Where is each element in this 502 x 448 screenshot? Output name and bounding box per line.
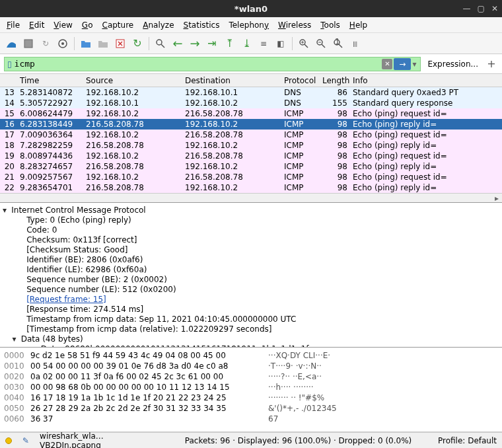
reload-icon[interactable]: ↻ xyxy=(130,36,145,51)
menu-statistics[interactable]: Statistics xyxy=(184,20,220,30)
col-destination[interactable]: Destination xyxy=(182,76,281,85)
detail-line: [Timestamp from icmp data (relative): 1.… xyxy=(26,324,271,334)
stop-capture-icon[interactable] xyxy=(21,36,36,51)
packet-bytes-pane[interactable]: 00009c d2 1e 58 51 f9 44 59 43 4c 49 04 … xyxy=(0,348,502,432)
hex-row[interactable]: 005026 27 28 29 2a 2b 2c 2d 2e 2f 30 31 … xyxy=(4,403,498,414)
add-filter-button[interactable]: + xyxy=(485,57,498,70)
table-row[interactable]: 177.009036364192.168.10.2216.58.208.78IC… xyxy=(0,130,502,140)
data-header: Data (48 bytes) xyxy=(21,334,83,344)
menu-analyze[interactable]: Analyze xyxy=(143,20,174,30)
tree-toggle-icon[interactable]: ▾ xyxy=(12,334,16,344)
status-file: wireshark_wla…VB2DIn.pcapng xyxy=(40,431,159,449)
detail-line: Identifier (BE): 2806 (0x0af6) xyxy=(26,255,143,264)
hex-row[interactable]: 004016 17 18 19 1a 1b 1c 1d 1e 1f 20 21 … xyxy=(4,392,498,403)
resize-columns-icon[interactable]: ⫼ xyxy=(348,36,363,51)
shark-fin-icon[interactable] xyxy=(4,36,18,51)
save-file-icon[interactable] xyxy=(96,36,110,51)
capture-options-icon[interactable] xyxy=(55,36,70,51)
zoom-reset-icon[interactable]: 1 xyxy=(331,36,345,51)
status-profile[interactable]: Profile: Default xyxy=(438,436,497,445)
menu-capture[interactable]: Capture xyxy=(102,20,133,30)
svg-point-2 xyxy=(61,42,64,45)
svg-text:1: 1 xyxy=(335,38,340,46)
window-title: *wlan0 xyxy=(234,4,268,14)
packet-list-header[interactable]: Time Source Destination Protocol Length … xyxy=(0,74,502,87)
detail-line: [Checksum Status: Good] xyxy=(26,245,127,254)
table-row[interactable]: 208.283274657216.58.208.78192.168.10.2IC… xyxy=(0,161,502,172)
detail-line: Sequence number (LE): 512 (0x0200) xyxy=(26,285,176,294)
menu-telephony[interactable]: Telephony xyxy=(229,20,269,30)
table-row[interactable]: 198.008974436192.168.10.2216.58.208.78IC… xyxy=(0,151,502,161)
packet-list[interactable]: 135.283140872192.168.10.2192.168.10.1DNS… xyxy=(0,87,502,193)
apply-filter-icon[interactable]: → xyxy=(394,58,411,70)
filter-bar: ▯ ✕ → ▾ Expression... + xyxy=(0,54,502,74)
zoom-in-icon[interactable] xyxy=(297,36,311,51)
col-source[interactable]: Source xyxy=(83,76,182,85)
tree-toggle-icon[interactable]: ▾ xyxy=(3,205,7,215)
detail-line: [Response time: 274.514 ms] xyxy=(26,305,143,314)
menu-go[interactable]: Go xyxy=(82,20,93,30)
detail-line: Code: 0 xyxy=(26,225,57,235)
display-filter-input[interactable] xyxy=(15,59,382,69)
col-length[interactable]: Length xyxy=(320,76,350,85)
menu-edit[interactable]: Edit xyxy=(29,20,44,30)
open-file-icon[interactable] xyxy=(79,36,93,51)
table-row[interactable]: 219.009257567192.168.10.2216.58.208.78IC… xyxy=(0,172,502,182)
hex-row[interactable]: 006036 37 67 xyxy=(4,414,498,424)
display-filter-input-box[interactable]: ▯ ✕ → ▾ xyxy=(4,57,421,71)
filter-dropdown-icon[interactable]: ▾ xyxy=(411,59,417,69)
svg-rect-0 xyxy=(24,40,32,48)
hex-row[interactable]: 00200a 02 00 00 11 3f 0a f6 00 02 45 2c … xyxy=(4,371,498,382)
zoom-out-icon[interactable] xyxy=(314,36,328,51)
detail-line: Timestamp from icmp data: Sep 11, 2021 0… xyxy=(26,315,296,324)
autoscroll-icon[interactable]: ≡ xyxy=(256,36,271,51)
table-row[interactable]: 145.305722927192.168.10.1192.168.10.2DNS… xyxy=(0,98,502,108)
expression-button[interactable]: Expression... xyxy=(423,59,482,69)
detail-line: Checksum: 0x113f [correct] xyxy=(26,235,137,244)
svg-line-11 xyxy=(322,44,325,48)
last-packet-icon[interactable]: ⤓ xyxy=(239,36,254,51)
goto-packet-icon[interactable]: ⇥ xyxy=(205,36,219,51)
colorize-icon[interactable]: ◧ xyxy=(273,36,288,51)
menu-view[interactable]: View xyxy=(54,20,72,30)
status-packets: Packets: 96 · Displayed: 96 (100.0%) · D… xyxy=(169,436,427,445)
detail-line: Identifier (LE): 62986 (0xf60a) xyxy=(26,265,147,274)
col-time[interactable]: Time xyxy=(17,76,83,85)
bookmark-icon[interactable]: ▯ xyxy=(7,59,12,69)
close-button[interactable]: ✕ xyxy=(491,4,498,13)
proto-header: Internet Control Message Protocol xyxy=(11,205,145,215)
next-packet-icon[interactable]: → xyxy=(188,36,202,51)
edit-icon[interactable]: ✎ xyxy=(22,436,29,445)
close-file-icon[interactable] xyxy=(113,36,127,51)
menu-help[interactable]: Help xyxy=(349,20,367,30)
svg-point-4 xyxy=(157,40,162,45)
restart-capture-icon[interactable]: ↻ xyxy=(38,36,53,51)
table-row[interactable]: 229.283654701216.58.208.78192.168.10.2IC… xyxy=(0,182,502,193)
col-info[interactable]: Info xyxy=(350,76,502,85)
clear-filter-icon[interactable]: ✕ xyxy=(382,59,392,69)
titlebar: *wlan0 — ▢ ✕ xyxy=(0,0,502,17)
prev-packet-icon[interactable]: ← xyxy=(170,36,185,51)
minimize-button[interactable]: — xyxy=(463,4,471,13)
table-row[interactable]: 166.283138449216.58.208.78192.168.10.2IC… xyxy=(0,119,502,130)
h-scrollbar[interactable]: ▸ xyxy=(0,193,502,202)
first-packet-icon[interactable]: ⤒ xyxy=(222,36,236,51)
hex-row[interactable]: 003000 00 98 68 0b 00 00 00 00 00 10 11 … xyxy=(4,382,498,392)
toolbar: ↻ ↻ ← → ⇥ ⤒ ⤓ ≡ ◧ 1 ⫼ xyxy=(0,33,502,54)
menu-tools[interactable]: Tools xyxy=(320,20,340,30)
packet-list-pane: Time Source Destination Protocol Length … xyxy=(0,74,502,203)
menu-file[interactable]: File xyxy=(7,20,20,30)
table-row[interactable]: 187.282982259216.58.208.78192.168.10.2IC… xyxy=(0,140,502,151)
menu-wireless[interactable]: Wireless xyxy=(278,20,311,30)
hex-row[interactable]: 001000 54 00 00 00 00 39 01 0e 76 d8 3a … xyxy=(4,361,498,371)
status-bar: ✎ wireshark_wla…VB2DIn.pcapng Packets: 9… xyxy=(0,432,502,448)
find-icon[interactable] xyxy=(153,36,168,51)
col-protocol[interactable]: Protocol xyxy=(281,76,320,85)
request-frame-link[interactable]: [Request frame: 15] xyxy=(26,295,106,304)
hex-row[interactable]: 00009c d2 1e 58 51 f9 44 59 43 4c 49 04 … xyxy=(4,350,498,361)
maximize-button[interactable]: ▢ xyxy=(478,4,485,13)
table-row[interactable]: 135.283140872192.168.10.2192.168.10.1DNS… xyxy=(0,87,502,98)
packet-details-pane[interactable]: ▾ Internet Control Message Protocol Type… xyxy=(0,203,502,348)
expert-info-icon[interactable] xyxy=(5,437,12,444)
table-row[interactable]: 156.008624479192.168.10.2216.58.208.78IC… xyxy=(0,108,502,119)
